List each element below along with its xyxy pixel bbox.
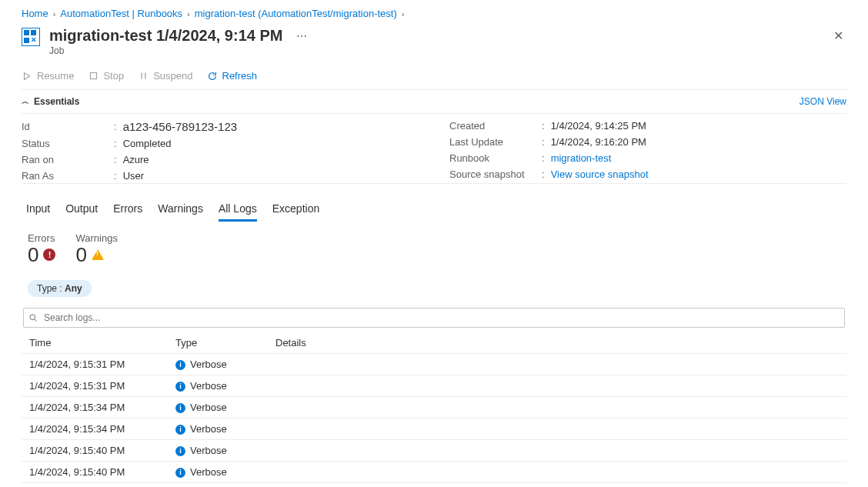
pause-icon bbox=[138, 71, 149, 82]
info-icon: i bbox=[175, 382, 185, 392]
essentials-value: Completed bbox=[123, 138, 172, 149]
column-header[interactable]: Details bbox=[268, 332, 846, 354]
breadcrumb-item[interactable]: AutomationTest | Runbooks bbox=[60, 8, 182, 19]
tab-all-logs[interactable]: All Logs bbox=[219, 198, 257, 222]
errors-stat-label: Errors bbox=[28, 232, 55, 244]
log-type-cell: iVerbose bbox=[168, 375, 268, 396]
logs-tabs: InputOutputErrorsWarningsAll LogsExcepti… bbox=[22, 184, 846, 222]
table-row[interactable]: 1/4/2024, 9:15:40 PMiVerbose bbox=[22, 439, 846, 461]
chevron-right-icon: › bbox=[402, 9, 405, 18]
chevron-up-icon: ︿ bbox=[22, 96, 29, 107]
tab-warnings[interactable]: Warnings bbox=[158, 198, 203, 222]
breadcrumb: Home›AutomationTest | Runbooks›migration… bbox=[22, 8, 846, 19]
chevron-right-icon: › bbox=[53, 9, 56, 18]
essentials-row: Created:1/4/2024, 9:14:25 PM bbox=[449, 120, 846, 132]
separator: : bbox=[114, 154, 117, 165]
essentials-label: Essentials bbox=[34, 96, 79, 107]
essentials-row: Runbook:migration-test bbox=[449, 152, 846, 164]
log-details-cell bbox=[268, 353, 846, 375]
info-icon: i bbox=[175, 360, 185, 370]
essentials-row: Ran As:User bbox=[22, 170, 419, 182]
play-icon bbox=[22, 71, 32, 82]
separator: : bbox=[542, 152, 545, 164]
suspend-button[interactable]: Suspend bbox=[138, 70, 192, 82]
log-details-cell bbox=[268, 482, 846, 487]
stop-button[interactable]: Stop bbox=[88, 70, 124, 82]
column-header[interactable]: Time bbox=[22, 332, 168, 354]
warning-icon bbox=[92, 249, 104, 260]
breadcrumb-item[interactable]: migration-test (AutomationTest/migration… bbox=[195, 8, 397, 19]
log-time-cell: 1/4/2024, 9:15:34 PM bbox=[22, 418, 168, 439]
separator: : bbox=[114, 138, 117, 149]
stop-label: Stop bbox=[103, 70, 124, 82]
suspend-label: Suspend bbox=[153, 70, 192, 82]
essentials-value: a123-456-789123-123 bbox=[123, 120, 237, 133]
log-time-cell: 1/4/2024, 9:15:40 PM bbox=[22, 439, 168, 461]
tab-output[interactable]: Output bbox=[65, 198, 98, 222]
page-title: migration-test 1/4/2024, 9:14 PM bbox=[49, 25, 282, 45]
log-type-cell: iVerbose bbox=[168, 396, 268, 418]
tab-errors[interactable]: Errors bbox=[113, 198, 142, 222]
essentials-row: Ran on:Azure bbox=[22, 154, 419, 165]
search-input[interactable] bbox=[23, 308, 845, 328]
log-time-cell: 1/4/2024, 9:15:41 PM bbox=[22, 482, 168, 487]
separator: : bbox=[114, 121, 117, 132]
essentials-value: 1/4/2024, 9:16:20 PM bbox=[551, 136, 646, 148]
table-row[interactable]: 1/4/2024, 9:15:31 PMiVerbose bbox=[22, 353, 846, 375]
essentials-key: Status bbox=[22, 138, 114, 149]
essentials-key: Last Update bbox=[449, 136, 542, 148]
essentials-value: Azure bbox=[123, 154, 149, 165]
refresh-button[interactable]: Refresh bbox=[207, 70, 258, 82]
essentials-row: Id:a123-456-789123-123 bbox=[22, 120, 419, 133]
log-details-cell bbox=[268, 396, 846, 418]
log-type-cell: iVerbose bbox=[168, 482, 268, 487]
essentials-header: ︿ Essentials JSON View bbox=[22, 90, 846, 114]
log-type-cell: iVerbose bbox=[168, 439, 268, 461]
log-time-cell: 1/4/2024, 9:15:34 PM bbox=[22, 396, 168, 418]
essentials-value: User bbox=[123, 170, 144, 182]
separator: : bbox=[542, 136, 545, 148]
log-type-cell: iVerbose bbox=[168, 353, 268, 375]
type-filter-pill[interactable]: Type : Any bbox=[28, 280, 92, 297]
warnings-stat: Warnings 0 bbox=[75, 232, 117, 266]
resume-label: Resume bbox=[37, 70, 74, 82]
essentials-key: Created bbox=[449, 120, 542, 132]
essentials-value: 1/4/2024, 9:14:25 PM bbox=[551, 120, 646, 132]
table-row[interactable]: 1/4/2024, 9:15:41 PMiVerbose bbox=[22, 482, 846, 487]
table-row[interactable]: 1/4/2024, 9:15:31 PMiVerbose bbox=[22, 375, 846, 396]
essentials-key: Ran on bbox=[22, 154, 114, 165]
search-icon bbox=[28, 313, 38, 322]
essentials-key: Id bbox=[22, 121, 114, 132]
table-row[interactable]: 1/4/2024, 9:15:40 PMiVerbose bbox=[22, 461, 846, 482]
page-header: ✕ migration-test 1/4/2024, 9:14 PM Job ⋯… bbox=[22, 25, 846, 56]
separator: : bbox=[114, 170, 117, 182]
essentials-value-link[interactable]: migration-test bbox=[551, 152, 612, 164]
log-time-cell: 1/4/2024, 9:15:40 PM bbox=[22, 461, 168, 482]
table-row[interactable]: 1/4/2024, 9:15:34 PMiVerbose bbox=[22, 418, 846, 439]
essentials-row: Source snapshot:View source snapshot bbox=[449, 168, 846, 180]
log-details-cell bbox=[268, 461, 846, 482]
essentials-toggle[interactable]: ︿ Essentials bbox=[22, 96, 79, 107]
refresh-icon bbox=[207, 71, 218, 82]
type-filter-value: Any bbox=[65, 283, 82, 294]
info-icon: i bbox=[175, 425, 185, 435]
log-time-cell: 1/4/2024, 9:15:31 PM bbox=[22, 353, 168, 375]
log-stats: Errors 0 ! Warnings 0 bbox=[22, 222, 846, 266]
warnings-count: 0 bbox=[75, 244, 86, 266]
tab-exception[interactable]: Exception bbox=[272, 198, 319, 222]
warnings-stat-label: Warnings bbox=[75, 232, 117, 244]
essentials-key: Runbook bbox=[449, 152, 542, 164]
close-blade-button[interactable]: ✕ bbox=[830, 27, 846, 44]
separator: : bbox=[542, 120, 545, 132]
essentials-value-link[interactable]: View source snapshot bbox=[551, 168, 649, 180]
svg-rect-0 bbox=[90, 72, 96, 78]
more-actions-button[interactable]: ⋯ bbox=[292, 25, 312, 47]
column-header[interactable]: Type bbox=[168, 332, 268, 354]
logs-table: TimeTypeDetails 1/4/2024, 9:15:31 PMiVer… bbox=[22, 332, 846, 487]
breadcrumb-item[interactable]: Home bbox=[22, 8, 48, 19]
json-view-link[interactable]: JSON View bbox=[800, 96, 846, 107]
table-row[interactable]: 1/4/2024, 9:15:34 PMiVerbose bbox=[22, 396, 846, 418]
resume-button[interactable]: Resume bbox=[22, 70, 74, 82]
tab-input[interactable]: Input bbox=[26, 198, 50, 222]
filter-row: Type : Any bbox=[22, 266, 846, 308]
